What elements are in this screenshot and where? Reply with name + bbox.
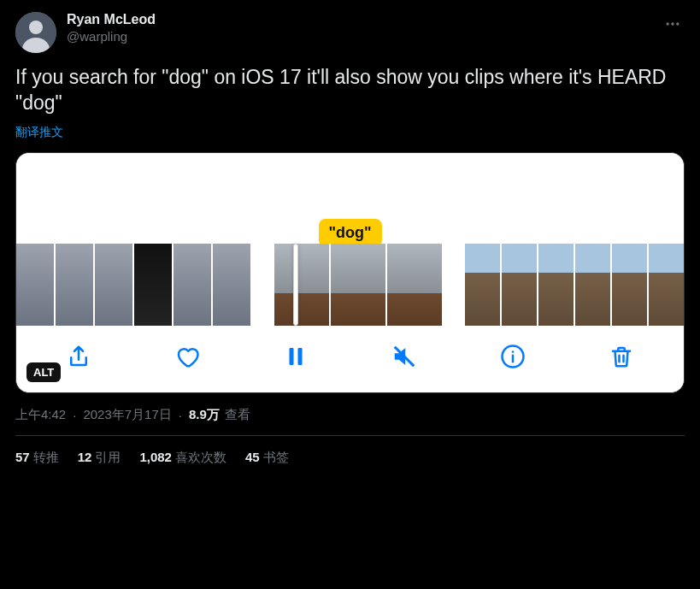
quotes-label: 引用	[95, 450, 121, 464]
tweet-meta: 上午4:42 2023年7月17日 8.9万 查看	[15, 407, 685, 423]
media-card[interactable]: "dog"	[15, 152, 685, 393]
clip-frame	[274, 244, 329, 326]
svg-point-11	[511, 350, 514, 353]
stats-row: 57转推 12引用 1,082喜欢次数 45书签	[15, 436, 685, 466]
tweet-header: Ryan McLeod @warpling	[15, 12, 685, 53]
media-header: "dog"	[16, 153, 684, 244]
share-button[interactable]	[63, 341, 94, 372]
clip-frame	[465, 244, 500, 326]
mute-button[interactable]	[389, 341, 420, 372]
bookmarks-stat[interactable]: 45书签	[245, 450, 289, 466]
svg-point-3	[667, 22, 669, 25]
clip-gap	[442, 244, 466, 326]
clip-frame	[502, 244, 537, 326]
alt-badge[interactable]: ALT	[26, 362, 61, 382]
clip-frame	[612, 244, 647, 326]
more-button[interactable]	[661, 12, 685, 40]
clip-frame	[95, 244, 132, 326]
clip-frame	[16, 244, 54, 326]
retweets-stat[interactable]: 57转推	[15, 450, 59, 466]
clip-group-3	[465, 244, 684, 326]
views-count: 8.9万	[189, 407, 220, 423]
playhead[interactable]	[293, 244, 298, 326]
svg-rect-7	[298, 348, 303, 365]
delete-button[interactable]	[606, 341, 637, 372]
tweet: Ryan McLeod @warpling If you search for …	[0, 0, 700, 478]
meta-separator	[69, 408, 79, 422]
clip-group-1	[16, 244, 250, 326]
pause-icon	[283, 344, 309, 369]
clip-frame	[56, 244, 93, 326]
trash-icon	[609, 344, 634, 369]
author-block[interactable]: Ryan McLeod @warpling	[67, 12, 661, 44]
svg-point-5	[676, 22, 679, 25]
info-button[interactable]	[497, 341, 528, 372]
clip-frame	[331, 244, 385, 326]
retweets-count: 57	[15, 450, 30, 464]
quotes-count: 12	[78, 450, 92, 464]
timeline[interactable]	[16, 244, 684, 326]
mute-icon	[391, 344, 417, 369]
translate-link[interactable]: 翻译推文	[15, 125, 685, 140]
handle: @warpling	[67, 29, 661, 44]
clip-frame	[174, 244, 211, 326]
display-name: Ryan McLeod	[67, 12, 661, 27]
meta-separator	[175, 408, 185, 422]
pause-button[interactable]	[280, 341, 311, 372]
likes-count: 1,082	[139, 450, 172, 464]
clip-frame	[387, 244, 442, 326]
clip-frame	[134, 244, 172, 326]
share-icon	[66, 344, 91, 369]
info-icon	[500, 344, 526, 369]
bookmarks-count: 45	[245, 450, 260, 464]
tweet-text: If you search for "dog" on iOS 17 it'll …	[15, 65, 685, 116]
clip-frame	[213, 244, 250, 326]
clip-group-2	[274, 244, 442, 326]
clip-frame	[538, 244, 574, 326]
like-button[interactable]	[172, 341, 203, 372]
clip-frame	[649, 244, 684, 326]
date[interactable]: 2023年7月17日	[83, 407, 171, 423]
likes-stat[interactable]: 1,082喜欢次数	[139, 450, 226, 466]
retweets-label: 转推	[33, 450, 59, 464]
likes-label: 喜欢次数	[175, 450, 226, 464]
avatar[interactable]	[15, 12, 56, 53]
media-toolbar	[16, 326, 684, 392]
svg-point-4	[671, 22, 674, 25]
clip-gap	[250, 244, 274, 326]
svg-point-1	[29, 21, 43, 34]
clip-frame	[575, 244, 610, 326]
quotes-stat[interactable]: 12引用	[78, 450, 121, 466]
views-label: 查看	[225, 407, 250, 423]
more-icon	[664, 15, 681, 32]
bookmarks-label: 书签	[263, 450, 289, 464]
timestamp[interactable]: 上午4:42	[15, 407, 66, 423]
heart-icon	[174, 344, 200, 369]
svg-rect-6	[290, 348, 294, 365]
